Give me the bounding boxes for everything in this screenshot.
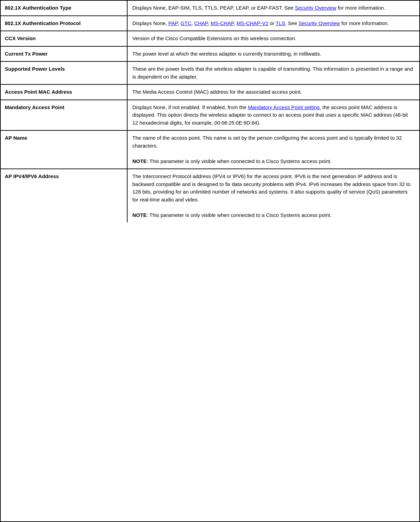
table-row: 802.1X Authentication TypeDisplays None,… — [1, 1, 419, 16]
table-row: Access Point MAC AddressThe Media Access… — [1, 85, 419, 100]
term-cell-ap-name: AP Name — [1, 131, 128, 169]
term-cell-mandatory-access-point: Mandatory Access Point — [1, 100, 128, 130]
link[interactable]: TLS — [276, 20, 285, 26]
table-row: 802.1X Authentication ProtocolDisplays N… — [1, 16, 419, 32]
link[interactable]: MS-CHAP — [211, 20, 233, 26]
term-cell-supported-power-levels: Supported Power Levels — [1, 62, 128, 84]
table-row: AP IPV4/IPV6 AddressThe Interconnect Pro… — [1, 169, 419, 222]
table-row: Mandatory Access PointDisplays None, if … — [1, 100, 419, 131]
desc-cell-ap-ipv4-ipv6: The Interconnect Protocol address (IPV4 … — [128, 169, 419, 222]
link[interactable]: GTC — [180, 20, 191, 26]
desc-cell-auth-protocol: Displays None, PAP, GTC, CHAP, MS-CHAP, … — [128, 16, 419, 31]
term-cell-auth-type: 802.1X Authentication Type — [1, 1, 128, 15]
term-cell-ap-mac-address: Access Point MAC Address — [1, 85, 128, 100]
table-row: Current Tx PowerThe power level at which… — [1, 47, 419, 62]
table-row: Supported Power LevelsThese are the powe… — [1, 62, 419, 85]
desc-cell-ap-name: The name of the access point. This name … — [128, 131, 419, 169]
desc-cell-ap-mac-address: The Media Access Control (MAC) address f… — [128, 85, 419, 100]
term-cell-ap-ipv4-ipv6: AP IPV4/IPV6 Address — [1, 169, 128, 222]
link[interactable]: CHAP — [194, 20, 208, 26]
table-row: CCX VersionVersion of the Cisco Compatib… — [1, 31, 419, 47]
reference-table: 802.1X Authentication TypeDisplays None,… — [0, 0, 420, 522]
desc-cell-current-tx-power: The power level at which the wireless ad… — [128, 47, 419, 61]
term-cell-current-tx-power: Current Tx Power — [1, 47, 128, 61]
desc-cell-ccx-version: Version of the Cisco Compatible Extensio… — [128, 31, 419, 46]
link[interactable]: Security Overview — [295, 5, 336, 11]
desc-cell-supported-power-levels: These are the power levels that the wire… — [128, 62, 419, 84]
table-row: AP NameThe name of the access point. Thi… — [1, 131, 419, 169]
desc-cell-auth-type: Displays None, EAP-SIM, TLS, TTLS, PEAP,… — [128, 1, 419, 15]
link[interactable]: Security Overview — [299, 20, 340, 26]
term-cell-auth-protocol: 802.1X Authentication Protocol — [1, 16, 128, 31]
link[interactable]: PAP — [168, 20, 178, 26]
link[interactable]: Mandatory Access Point setting — [248, 104, 320, 110]
term-cell-ccx-version: CCX Version — [1, 31, 128, 46]
link[interactable]: MS-CHAP-V2 — [237, 20, 268, 26]
desc-cell-mandatory-access-point: Displays None, if not enabled. If enable… — [128, 100, 419, 130]
